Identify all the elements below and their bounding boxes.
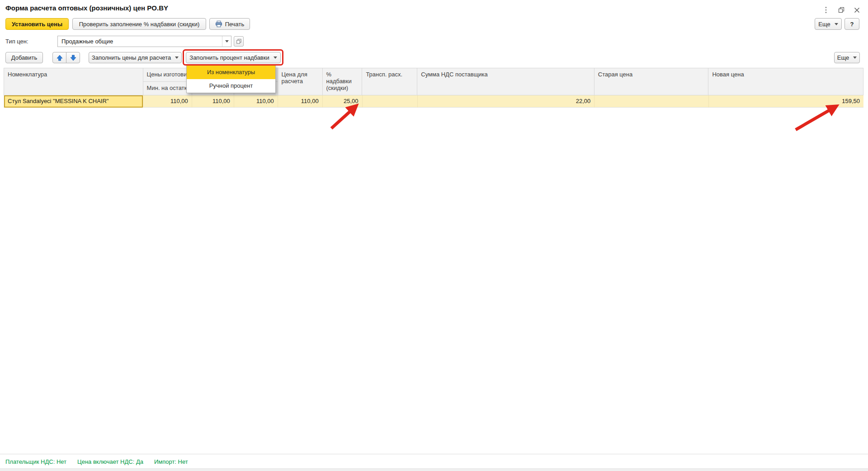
form-window: Форма расчета оптовых (розничных) цен PO… [0, 0, 868, 471]
chevron-down-icon [274, 57, 277, 59]
down-arrow-icon [70, 55, 76, 61]
cell-min-on-stock[interactable]: 110,00 [143, 95, 192, 108]
table-row: Стул Sandalyeci "MESSINA K CHAIR" 110,00… [4, 95, 863, 108]
fill-markup-dropdown-menu: Из номенклатуры Ручной процент [186, 65, 276, 93]
kebab-menu-icon[interactable] [822, 6, 830, 14]
help-button[interactable]: ? [844, 18, 859, 30]
chevron-down-icon [835, 23, 838, 25]
more-button-table[interactable]: Еще [834, 52, 860, 63]
chevron-down-icon [853, 57, 857, 59]
open-price-type-button[interactable] [234, 36, 244, 47]
column-header-transport-costs[interactable]: Трансп. расх. [362, 68, 417, 95]
column-header-min-on-stock[interactable]: Мин. на остатк [143, 82, 192, 95]
status-separator [0, 454, 868, 454]
column-header-markup-percent[interactable]: % надбавки (скидки) [323, 68, 363, 95]
status-import: Импорт: Нет [154, 458, 188, 465]
table-header: Номенклатура Цены изготови Мин. на остат… [4, 68, 863, 95]
column-header-old-price[interactable]: Старая цена [594, 68, 709, 95]
price-table: Номенклатура Цены изготови Мин. на остат… [4, 68, 863, 108]
chevron-down-icon [225, 40, 229, 42]
column-header-new-price[interactable]: Новая цена [708, 68, 863, 95]
print-button[interactable]: Печать [209, 18, 250, 30]
add-row-button[interactable]: Добавить [5, 52, 43, 63]
cell-calc-price[interactable]: 110,00 [278, 95, 323, 108]
move-down-button[interactable] [66, 52, 80, 63]
cell-transport-costs[interactable] [363, 95, 418, 108]
column-header-calc-price[interactable]: Цена для расчета [278, 68, 323, 95]
status-vat-payer: Плательщик НДС: Нет [5, 458, 66, 465]
status-price-includes-vat: Цена включает НДС: Да [77, 458, 143, 465]
page-title: Форма расчета оптовых (розничных) цен PO… [5, 4, 168, 12]
printer-icon [215, 20, 222, 28]
up-arrow-icon [57, 55, 63, 61]
cell-new-price[interactable]: 159,50 [709, 95, 863, 108]
red-arrow-new-price [796, 110, 830, 130]
check-markup-button[interactable]: Проверить заполнение % надбавки (скидки) [72, 18, 206, 30]
cell-supplier-vat[interactable]: 22,00 [418, 95, 595, 108]
move-row-buttons [52, 52, 80, 63]
cell-hidden-1[interactable]: 110,00 [192, 95, 234, 108]
price-type-label: Тип цен: [5, 36, 28, 47]
close-icon[interactable] [853, 6, 861, 14]
cell-markup-percent[interactable]: 25,00 [323, 95, 363, 108]
window-controls [822, 6, 861, 14]
fill-calc-prices-button[interactable]: Заполнить цены для расчета [89, 52, 182, 63]
column-header-supplier-vat[interactable]: Сумма НДС поставщика [417, 68, 594, 95]
cell-nomenclature[interactable]: Стул Sandalyeci "MESSINA K CHAIR" [4, 95, 143, 108]
menu-item-manual-percent[interactable]: Ручной процент [187, 79, 275, 93]
price-type-dropdown-button[interactable] [222, 36, 231, 47]
red-arrow-markup [331, 111, 351, 128]
window-bottom-edge [0, 468, 868, 471]
column-header-nomenclature[interactable]: Номенклатура [4, 68, 143, 95]
set-prices-button[interactable]: Установить цены [5, 18, 69, 30]
price-type-input[interactable]: Продажные общие [57, 36, 231, 47]
cell-old-price[interactable] [594, 95, 709, 108]
status-bar: Плательщик НДС: Нет Цена включает НДС: Д… [5, 458, 188, 465]
price-type-value: Продажные общие [58, 38, 222, 45]
fill-markup-percent-button[interactable]: Заполнить процент надбавки [186, 52, 281, 63]
menu-item-from-nomenclature[interactable]: Из номенклатуры [187, 66, 275, 79]
open-link-icon [236, 39, 241, 44]
cell-hidden-2[interactable]: 110,00 [234, 95, 278, 108]
move-up-button[interactable] [52, 52, 66, 63]
restore-window-icon[interactable] [837, 6, 845, 14]
chevron-down-icon [175, 57, 179, 59]
more-button-top[interactable]: Еще [815, 18, 842, 30]
